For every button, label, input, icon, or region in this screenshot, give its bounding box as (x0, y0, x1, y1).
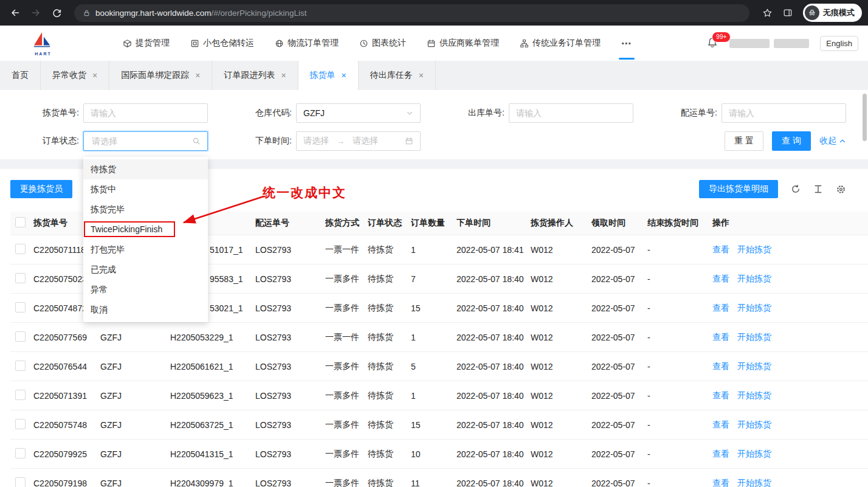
tab-close-icon[interactable]: × (419, 71, 424, 80)
nav-item-parcel-storage-transfer[interactable]: 小包仓储转运 (190, 36, 254, 50)
side-panel-icon[interactable] (779, 4, 797, 22)
tab-order-follow-up-list[interactable]: 订单跟进列表× (212, 61, 298, 90)
nav-item-more[interactable]: ⋯ (621, 36, 632, 50)
filter-warehouse-code: 仓库代码:GZFJ (213, 103, 425, 123)
tab-intl-waybill-binding-tracking[interactable]: 国际面单绑定跟踪× (109, 61, 212, 90)
row-checkbox[interactable] (15, 390, 26, 400)
select-all-checkbox[interactable] (15, 217, 26, 227)
outbound-no-cell: H2205061621_1 (170, 362, 255, 371)
view-link[interactable]: 查看 (712, 449, 729, 458)
tab-abnormal-receiving[interactable]: 异常收货× (41, 61, 109, 90)
user-name-redacted[interactable] (729, 39, 809, 48)
order-time-label: 下单时间: (213, 136, 292, 147)
url-bar[interactable]: bookingmgr.hart-worldwide.com/#/orderPic… (74, 4, 749, 22)
order-status-dropdown: 待拣货拣货中拣货完毕TwicePickingFinish打包完毕已完成异常取消 (83, 157, 208, 322)
filter-row-2: 订单状态: 下单时间: 请选择 → 请选择 重 置 查 询 (0, 131, 868, 151)
change-picker-button[interactable]: 更换拣货员 (10, 180, 72, 198)
view-link[interactable]: 查看 (712, 478, 729, 487)
query-button[interactable]: 查 询 (772, 131, 811, 151)
tab-home[interactable]: 首页 (0, 61, 41, 90)
back-icon[interactable] (6, 4, 24, 22)
outbound-no-input[interactable] (509, 103, 633, 123)
status-option[interactable]: 异常 (83, 280, 208, 300)
order-status-cell: 待拣货 (368, 332, 411, 343)
view-link[interactable]: 查看 (712, 303, 729, 313)
incognito-chip[interactable]: 无痕模式 (803, 4, 862, 22)
view-link[interactable]: 查看 (712, 274, 729, 283)
order-status-input[interactable] (91, 136, 188, 147)
view-link[interactable]: 查看 (712, 420, 729, 429)
delivery-no-cell: LOS2793 (255, 245, 325, 255)
bookmark-star-icon[interactable] (758, 4, 776, 22)
status-option[interactable]: 已完成 (83, 260, 208, 280)
status-option[interactable]: 打包完毕 (83, 240, 208, 260)
delivery-no-input[interactable] (722, 103, 846, 123)
scrollbar-thumb[interactable] (863, 94, 867, 141)
operator-cell: W012 (531, 449, 591, 459)
order-time-range-picker[interactable]: 请选择 → 请选择 (296, 131, 421, 151)
status-option[interactable]: 取消 (83, 300, 208, 320)
view-link[interactable]: 查看 (712, 361, 729, 371)
row-actions-cell: 查看开始拣货 (712, 274, 858, 285)
start-picking-link[interactable]: 开始拣货 (737, 361, 771, 371)
status-option[interactable]: 待拣货 (83, 159, 208, 179)
row-checkbox[interactable] (15, 419, 26, 429)
row-checkbox[interactable] (15, 477, 26, 487)
row-density-icon[interactable] (813, 184, 823, 194)
pick-no-cell: C2205079198 (33, 478, 100, 487)
order-qty-cell: 11 (411, 478, 456, 487)
outbound-no-cell: H2204309979_1 (170, 478, 255, 487)
status-option[interactable]: TwicePickingFinish (83, 219, 208, 240)
start-picking-link[interactable]: 开始拣货 (737, 244, 771, 254)
row-checkbox[interactable] (15, 331, 26, 342)
warehouse-code-select[interactable]: GZFJ (296, 103, 421, 123)
row-checkbox[interactable] (15, 361, 26, 371)
language-button[interactable]: English (820, 36, 858, 51)
operator-cell: W012 (531, 420, 591, 430)
notifications-button[interactable]: 99+ (706, 37, 718, 49)
collapse-link[interactable]: 收起 (819, 136, 846, 147)
nav-item-traditional-order-management[interactable]: 传统业务订单管理 (520, 36, 601, 50)
status-option[interactable]: 拣货中 (83, 179, 208, 199)
nav-item-pickup-management[interactable]: 提货管理 (123, 36, 170, 50)
view-link[interactable]: 查看 (712, 390, 729, 400)
start-picking-link[interactable]: 开始拣货 (737, 274, 771, 283)
start-picking-link[interactable]: 开始拣货 (737, 303, 771, 313)
pick-no-cell: C2205079925 (33, 449, 100, 459)
start-picking-link[interactable]: 开始拣货 (737, 449, 771, 458)
view-link[interactable]: 查看 (712, 244, 729, 254)
column-settings-gear-icon[interactable] (836, 184, 846, 195)
nav-item-chart-statistics[interactable]: 图表统计 (359, 36, 406, 50)
status-option-label: TwicePickingFinish (91, 224, 162, 234)
start-picking-link[interactable]: 开始拣货 (737, 478, 771, 487)
end-time-cell: - (647, 420, 712, 430)
start-picking-link[interactable]: 开始拣货 (737, 420, 771, 429)
nav-item-label: 传统业务订单管理 (532, 38, 601, 49)
row-checkbox[interactable] (15, 244, 26, 254)
start-picking-link[interactable]: 开始拣货 (737, 390, 771, 400)
start-picking-link[interactable]: 开始拣货 (737, 332, 771, 342)
tab-close-icon[interactable]: × (195, 71, 200, 80)
app-logo[interactable]: HART (27, 31, 59, 56)
row-checkbox[interactable] (15, 273, 26, 283)
tab-close-icon[interactable]: × (342, 71, 346, 80)
picking-no-input[interactable] (83, 103, 208, 123)
view-link[interactable]: 查看 (712, 332, 729, 342)
nav-item-supplier-billing-management[interactable]: 供应商账单管理 (427, 36, 499, 50)
reload-icon[interactable] (47, 4, 66, 22)
column-header: 拣货操作人 (531, 218, 591, 229)
status-option[interactable]: 拣货完毕 (83, 199, 208, 219)
tab-pending-outbound-tasks[interactable]: 待出库任务× (359, 61, 436, 90)
row-checkbox[interactable] (15, 302, 26, 313)
row-checkbox[interactable] (15, 448, 26, 458)
nav-item-logistics-order-management[interactable]: 物流订单管理 (275, 36, 339, 50)
reset-button[interactable]: 重 置 (725, 131, 763, 151)
order-status-select[interactable] (83, 131, 208, 151)
refresh-icon[interactable] (791, 184, 801, 194)
tab-picking-list[interactable]: 拣货单× (298, 61, 359, 90)
tab-close-icon[interactable]: × (281, 71, 286, 80)
order-qty-cell: 1 (411, 391, 456, 401)
export-picking-detail-button[interactable]: 导出拣货单明细 (699, 180, 778, 198)
tab-close-icon[interactable]: × (92, 71, 97, 80)
forward-icon[interactable] (27, 4, 45, 22)
